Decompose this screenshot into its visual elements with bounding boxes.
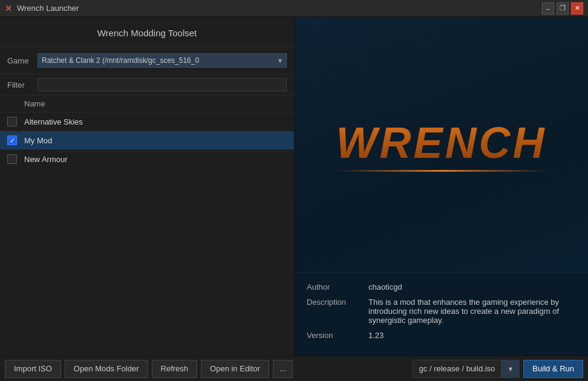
mod-name: New Armour (24, 155, 68, 164)
close-button[interactable]: ✕ (571, 2, 583, 15)
filter-label: Filter (7, 80, 33, 90)
mod-checkbox-new-armour[interactable] (7, 154, 17, 164)
author-row: Author chaoticgd (307, 282, 576, 291)
path-text: gc / release / build.iso (413, 364, 501, 373)
mod-checkbox-alternative-skies[interactable] (7, 117, 17, 126)
logo-area: WRENCH (295, 17, 588, 272)
version-row: Version 1.23 (307, 331, 576, 340)
panel-title: Wrench Modding Toolset (0, 17, 294, 47)
version-value: 1.23 (368, 331, 576, 340)
logo-underline (336, 170, 547, 172)
game-label: Game (7, 56, 33, 65)
build-run-button[interactable]: Build & Run (523, 360, 583, 378)
game-select[interactable]: Ratchet & Clank 2 (/mnt/ramdisk/gc_sces_… (38, 53, 287, 68)
titlebar-controls: – ❐ ✕ (542, 2, 583, 15)
wrench-logo: WRENCH (336, 118, 547, 172)
list-column-name: Name (0, 96, 294, 112)
right-panel: WRENCH Author chaoticgd Description This… (295, 17, 588, 356)
mod-list: Alternative Skies My Mod New Armour (0, 112, 294, 356)
version-label: Version (307, 331, 361, 340)
main-layout: Wrench Modding Toolset Game Ratchet & Cl… (0, 17, 588, 356)
description-label: Description (307, 298, 361, 307)
path-wrapper: gc / release / build.iso ▼ (413, 360, 520, 378)
filter-row: Filter (0, 74, 294, 96)
open-in-editor-button[interactable]: Open in Editor (201, 360, 269, 378)
app-icon: ✕ (5, 4, 13, 13)
description-row: Description This is a mod that enhances … (307, 298, 576, 325)
list-item[interactable]: My Mod (0, 131, 294, 150)
mod-name: My Mod (24, 136, 52, 145)
titlebar-left: ✕ Wrench Launcher (5, 4, 79, 13)
path-dropdown-button[interactable]: ▼ (501, 360, 519, 378)
import-iso-button[interactable]: Import ISO (5, 360, 61, 378)
info-area: Author chaoticgd Description This is a m… (295, 272, 588, 356)
description-value: This is a mod that enhances the gaming e… (368, 298, 576, 325)
minimize-button[interactable]: – (542, 2, 554, 15)
titlebar: ✕ Wrench Launcher – ❐ ✕ (0, 0, 588, 17)
author-label: Author (307, 282, 361, 291)
bottom-bar: Import ISO Open Mods Folder Refresh Open… (0, 356, 588, 381)
mod-checkbox-my-mod[interactable] (7, 135, 17, 145)
list-item[interactable]: New Armour (0, 150, 294, 169)
chevron-down-icon: ▼ (507, 365, 514, 373)
refresh-button[interactable]: Refresh (152, 360, 198, 378)
list-item[interactable]: Alternative Skies (0, 112, 294, 131)
titlebar-title: Wrench Launcher (17, 4, 79, 13)
left-panel: Wrench Modding Toolset Game Ratchet & Cl… (0, 17, 295, 356)
maximize-button[interactable]: ❐ (557, 2, 569, 15)
wrench-logo-text: WRENCH (336, 118, 547, 168)
author-value: chaoticgd (368, 282, 576, 291)
game-select-wrapper[interactable]: Ratchet & Clank 2 (/mnt/ramdisk/gc_sces_… (38, 53, 287, 68)
game-row: Game Ratchet & Clank 2 (/mnt/ramdisk/gc_… (0, 47, 294, 74)
mod-name: Alternative Skies (24, 117, 83, 126)
more-button[interactable]: ... (273, 360, 293, 378)
open-mods-folder-button[interactable]: Open Mods Folder (65, 360, 148, 378)
filter-input[interactable] (38, 78, 287, 91)
